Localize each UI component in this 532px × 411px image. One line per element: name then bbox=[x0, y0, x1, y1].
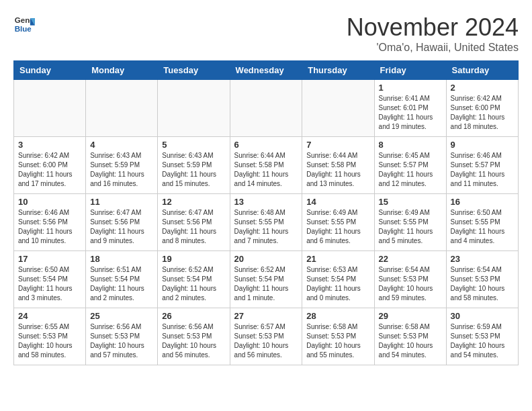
calendar-week-row: 1Sunrise: 6:41 AMSunset: 6:01 PMDaylight… bbox=[14, 80, 519, 137]
logo-icon: General Blue bbox=[13, 13, 35, 35]
day-number: 10 bbox=[18, 197, 81, 207]
title-block: November 2024 'Oma'o, Hawaii, United Sta… bbox=[347, 13, 519, 54]
weekday-header: Monday bbox=[86, 61, 158, 80]
calendar-cell: 28Sunrise: 6:58 AMSunset: 5:53 PMDayligh… bbox=[302, 308, 374, 365]
calendar-cell: 18Sunrise: 6:51 AMSunset: 5:54 PMDayligh… bbox=[86, 251, 158, 308]
day-info: Sunrise: 6:49 AMSunset: 5:55 PMDaylight:… bbox=[379, 208, 442, 246]
calendar-cell: 8Sunrise: 6:45 AMSunset: 5:57 PMDaylight… bbox=[374, 137, 446, 194]
day-number: 26 bbox=[162, 311, 225, 321]
calendar-week-row: 10Sunrise: 6:46 AMSunset: 5:56 PMDayligh… bbox=[14, 194, 519, 251]
calendar-cell: 1Sunrise: 6:41 AMSunset: 6:01 PMDaylight… bbox=[374, 80, 446, 137]
calendar-cell: 6Sunrise: 6:44 AMSunset: 5:58 PMDaylight… bbox=[230, 137, 302, 194]
calendar-cell: 11Sunrise: 6:47 AMSunset: 5:56 PMDayligh… bbox=[86, 194, 158, 251]
day-number: 6 bbox=[234, 140, 298, 150]
day-number: 30 bbox=[451, 311, 514, 321]
day-number: 2 bbox=[451, 83, 514, 93]
day-number: 27 bbox=[234, 311, 298, 321]
day-info: Sunrise: 6:56 AMSunset: 5:53 PMDaylight:… bbox=[90, 322, 153, 360]
calendar-cell: 14Sunrise: 6:49 AMSunset: 5:55 PMDayligh… bbox=[302, 194, 374, 251]
day-info: Sunrise: 6:47 AMSunset: 5:56 PMDaylight:… bbox=[90, 208, 153, 246]
calendar-table: SundayMondayTuesdayWednesdayThursdayFrid… bbox=[13, 60, 519, 365]
calendar-week-row: 24Sunrise: 6:55 AMSunset: 5:53 PMDayligh… bbox=[14, 308, 519, 365]
day-info: Sunrise: 6:57 AMSunset: 5:53 PMDaylight:… bbox=[234, 322, 298, 360]
weekday-header: Tuesday bbox=[158, 61, 230, 80]
day-number: 8 bbox=[379, 140, 442, 150]
day-number: 17 bbox=[18, 254, 81, 264]
day-info: Sunrise: 6:54 AMSunset: 5:53 PMDaylight:… bbox=[379, 265, 442, 303]
day-info: Sunrise: 6:46 AMSunset: 5:56 PMDaylight:… bbox=[18, 208, 81, 246]
calendar-cell: 10Sunrise: 6:46 AMSunset: 5:56 PMDayligh… bbox=[14, 194, 86, 251]
calendar-cell: 16Sunrise: 6:50 AMSunset: 5:55 PMDayligh… bbox=[446, 194, 518, 251]
day-number: 12 bbox=[162, 197, 225, 207]
day-number: 29 bbox=[379, 311, 442, 321]
day-info: Sunrise: 6:55 AMSunset: 5:53 PMDaylight:… bbox=[18, 322, 81, 360]
day-number: 11 bbox=[90, 197, 153, 207]
calendar-cell: 26Sunrise: 6:56 AMSunset: 5:53 PMDayligh… bbox=[158, 308, 230, 365]
day-info: Sunrise: 6:58 AMSunset: 5:53 PMDaylight:… bbox=[379, 322, 442, 360]
day-number: 21 bbox=[306, 254, 369, 264]
weekday-header: Saturday bbox=[446, 61, 518, 80]
logo: General Blue bbox=[13, 13, 35, 35]
calendar-cell: 15Sunrise: 6:49 AMSunset: 5:55 PMDayligh… bbox=[374, 194, 446, 251]
calendar-cell: 2Sunrise: 6:42 AMSunset: 6:00 PMDaylight… bbox=[446, 80, 518, 137]
day-info: Sunrise: 6:50 AMSunset: 5:55 PMDaylight:… bbox=[451, 208, 514, 246]
calendar-cell bbox=[230, 80, 302, 137]
calendar-cell: 12Sunrise: 6:47 AMSunset: 5:56 PMDayligh… bbox=[158, 194, 230, 251]
day-info: Sunrise: 6:43 AMSunset: 5:59 PMDaylight:… bbox=[90, 151, 153, 189]
weekday-header: Friday bbox=[374, 61, 446, 80]
day-number: 28 bbox=[306, 311, 369, 321]
day-info: Sunrise: 6:56 AMSunset: 5:53 PMDaylight:… bbox=[162, 322, 225, 360]
location: 'Oma'o, Hawaii, United States bbox=[347, 42, 519, 54]
svg-text:Blue: Blue bbox=[15, 25, 32, 33]
calendar-cell: 7Sunrise: 6:44 AMSunset: 5:58 PMDaylight… bbox=[302, 137, 374, 194]
day-info: Sunrise: 6:48 AMSunset: 5:55 PMDaylight:… bbox=[234, 208, 298, 246]
day-number: 25 bbox=[90, 311, 153, 321]
day-number: 13 bbox=[234, 197, 298, 207]
calendar-cell: 21Sunrise: 6:53 AMSunset: 5:54 PMDayligh… bbox=[302, 251, 374, 308]
calendar-cell bbox=[302, 80, 374, 137]
calendar-week-row: 3Sunrise: 6:42 AMSunset: 6:00 PMDaylight… bbox=[14, 137, 519, 194]
day-info: Sunrise: 6:45 AMSunset: 5:57 PMDaylight:… bbox=[379, 151, 442, 189]
day-info: Sunrise: 6:47 AMSunset: 5:56 PMDaylight:… bbox=[162, 208, 225, 246]
calendar-cell: 5Sunrise: 6:43 AMSunset: 5:59 PMDaylight… bbox=[158, 137, 230, 194]
calendar-cell: 30Sunrise: 6:59 AMSunset: 5:53 PMDayligh… bbox=[446, 308, 518, 365]
day-info: Sunrise: 6:41 AMSunset: 6:01 PMDaylight:… bbox=[379, 94, 442, 132]
day-number: 1 bbox=[379, 83, 442, 93]
calendar-cell: 20Sunrise: 6:52 AMSunset: 5:54 PMDayligh… bbox=[230, 251, 302, 308]
day-info: Sunrise: 6:43 AMSunset: 5:59 PMDaylight:… bbox=[162, 151, 225, 189]
calendar-cell: 13Sunrise: 6:48 AMSunset: 5:55 PMDayligh… bbox=[230, 194, 302, 251]
weekday-header: Thursday bbox=[302, 61, 374, 80]
day-info: Sunrise: 6:59 AMSunset: 5:53 PMDaylight:… bbox=[451, 322, 514, 360]
calendar-cell: 25Sunrise: 6:56 AMSunset: 5:53 PMDayligh… bbox=[86, 308, 158, 365]
day-info: Sunrise: 6:51 AMSunset: 5:54 PMDaylight:… bbox=[90, 265, 153, 303]
calendar-week-row: 17Sunrise: 6:50 AMSunset: 5:54 PMDayligh… bbox=[14, 251, 519, 308]
day-info: Sunrise: 6:44 AMSunset: 5:58 PMDaylight:… bbox=[306, 151, 369, 189]
calendar-cell: 17Sunrise: 6:50 AMSunset: 5:54 PMDayligh… bbox=[14, 251, 86, 308]
day-number: 18 bbox=[90, 254, 153, 264]
calendar-cell bbox=[86, 80, 158, 137]
day-number: 14 bbox=[306, 197, 369, 207]
calendar-cell: 19Sunrise: 6:52 AMSunset: 5:54 PMDayligh… bbox=[158, 251, 230, 308]
calendar-cell: 9Sunrise: 6:46 AMSunset: 5:57 PMDaylight… bbox=[446, 137, 518, 194]
day-number: 19 bbox=[162, 254, 225, 264]
day-info: Sunrise: 6:50 AMSunset: 5:54 PMDaylight:… bbox=[18, 265, 81, 303]
page-header: General Blue November 2024 'Oma'o, Hawai… bbox=[13, 13, 519, 54]
day-number: 22 bbox=[379, 254, 442, 264]
day-info: Sunrise: 6:52 AMSunset: 5:54 PMDaylight:… bbox=[234, 265, 298, 303]
day-info: Sunrise: 6:54 AMSunset: 5:53 PMDaylight:… bbox=[451, 265, 514, 303]
calendar-cell: 3Sunrise: 6:42 AMSunset: 6:00 PMDaylight… bbox=[14, 137, 86, 194]
calendar-cell bbox=[158, 80, 230, 137]
day-number: 16 bbox=[451, 197, 514, 207]
weekday-header-row: SundayMondayTuesdayWednesdayThursdayFrid… bbox=[14, 61, 519, 80]
calendar-cell: 23Sunrise: 6:54 AMSunset: 5:53 PMDayligh… bbox=[446, 251, 518, 308]
day-number: 3 bbox=[18, 140, 81, 150]
day-number: 4 bbox=[90, 140, 153, 150]
calendar-cell: 27Sunrise: 6:57 AMSunset: 5:53 PMDayligh… bbox=[230, 308, 302, 365]
calendar-cell: 24Sunrise: 6:55 AMSunset: 5:53 PMDayligh… bbox=[14, 308, 86, 365]
day-info: Sunrise: 6:52 AMSunset: 5:54 PMDaylight:… bbox=[162, 265, 225, 303]
calendar-cell bbox=[14, 80, 86, 137]
day-info: Sunrise: 6:53 AMSunset: 5:54 PMDaylight:… bbox=[306, 265, 369, 303]
day-info: Sunrise: 6:42 AMSunset: 6:00 PMDaylight:… bbox=[18, 151, 81, 189]
day-number: 15 bbox=[379, 197, 442, 207]
calendar-cell: 22Sunrise: 6:54 AMSunset: 5:53 PMDayligh… bbox=[374, 251, 446, 308]
